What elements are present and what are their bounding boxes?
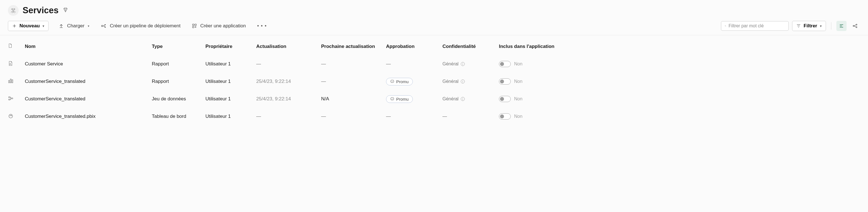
- filter-icon: [796, 24, 801, 28]
- chevron-down-icon: ▾: [88, 24, 89, 28]
- col-icon: [8, 43, 25, 49]
- svg-point-12: [856, 27, 857, 28]
- row-owner: Utilisateur 1: [206, 114, 256, 119]
- row-endorsement: Promu: [386, 95, 442, 103]
- row-owner: Utilisateur 1: [206, 61, 256, 67]
- row-type: Rapport: [152, 79, 206, 84]
- col-endorsement[interactable]: Approbation: [386, 44, 442, 49]
- col-included[interactable]: Inclus dans l'application: [499, 44, 555, 49]
- include-toggle[interactable]: [499, 96, 511, 102]
- row-next-refresh: N/A: [321, 96, 386, 102]
- row-endorsement: —: [386, 114, 442, 119]
- include-toggle[interactable]: [499, 78, 511, 84]
- row-name[interactable]: CustomerService_translated.pbix: [25, 114, 152, 119]
- info-icon: i: [461, 62, 465, 66]
- items-table: Nom Type Propriétaire Actualisation Proc…: [0, 35, 868, 125]
- search-input[interactable]: [728, 24, 785, 29]
- filter-button[interactable]: Filtrer ▾: [792, 21, 826, 31]
- filter-button-label: Filtrer: [804, 23, 817, 29]
- chevron-down-icon: ▾: [820, 24, 822, 28]
- table-row[interactable]: Customer ServiceRapportUtilisateur 1———G…: [8, 55, 860, 73]
- row-sensitivity: Général i: [442, 79, 499, 84]
- upload-button-label: Charger: [67, 23, 84, 29]
- table-row[interactable]: CustomerService_translated.pbixTableau d…: [8, 108, 860, 125]
- svg-point-10: [853, 25, 854, 27]
- col-refresh[interactable]: Actualisation: [256, 44, 321, 49]
- row-type: Rapport: [152, 61, 206, 67]
- table-row[interactable]: CustomerService_translatedRapportUtilisa…: [8, 73, 860, 90]
- row-owner: Utilisateur 1: [206, 96, 256, 102]
- ellipsis-icon: • • •: [257, 23, 267, 29]
- more-actions-button[interactable]: • • •: [256, 22, 268, 31]
- table-header-row: Nom Type Propriétaire Actualisation Proc…: [8, 35, 860, 55]
- row-sensitivity: Général i: [442, 97, 499, 102]
- app-icon: [192, 24, 197, 29]
- row-included: Non: [499, 96, 555, 102]
- create-pipeline-button[interactable]: Créer un pipeline de déploiement: [100, 22, 181, 30]
- svg-point-0: [11, 8, 13, 9]
- list-view-button[interactable]: [836, 21, 846, 31]
- row-type: Jeu de données: [152, 96, 206, 102]
- promoted-icon: [390, 97, 394, 101]
- search-icon: [725, 24, 726, 28]
- upload-button[interactable]: Charger ▾: [58, 22, 91, 30]
- svg-point-11: [856, 24, 857, 25]
- table-body: Customer ServiceRapportUtilisateur 1———G…: [8, 55, 860, 125]
- col-name[interactable]: Nom: [25, 44, 152, 49]
- pipeline-icon: [101, 23, 106, 29]
- row-sensitivity: —: [442, 114, 499, 119]
- row-name[interactable]: Customer Service: [25, 61, 152, 67]
- svg-rect-15: [12, 79, 13, 82]
- svg-rect-14: [10, 79, 11, 82]
- row-included: Non: [499, 61, 555, 67]
- svg-rect-8: [192, 27, 194, 28]
- promoted-badge: Promu: [386, 78, 413, 85]
- row-included: Non: [499, 113, 555, 119]
- include-toggle[interactable]: [499, 113, 511, 119]
- create-pipeline-label: Créer un pipeline de déploiement: [110, 23, 180, 29]
- col-next-refresh[interactable]: Prochaine actualisation: [321, 44, 386, 49]
- svg-rect-16: [9, 97, 10, 98]
- col-type[interactable]: Type: [152, 44, 206, 49]
- row-sensitivity: Général i: [442, 62, 499, 67]
- svg-rect-6: [192, 24, 194, 25]
- row-refresh: —: [256, 61, 321, 67]
- create-app-button[interactable]: Créer une application: [191, 22, 247, 30]
- svg-point-2: [13, 10, 14, 11]
- include-toggle[interactable]: [499, 61, 511, 67]
- col-sensitivity[interactable]: Confidentialité: [442, 44, 499, 49]
- row-type-icon: [8, 113, 25, 120]
- row-name[interactable]: CustomerService_translated: [25, 79, 152, 84]
- row-type-icon: [8, 96, 25, 103]
- row-endorsement: Promu: [386, 78, 442, 85]
- svg-point-5: [105, 27, 106, 28]
- row-refresh: 25/4/23, 9:22:14: [256, 96, 321, 102]
- new-button-label: Nouveau: [20, 23, 40, 29]
- new-button[interactable]: Nouveau ▾: [8, 21, 49, 31]
- upload-icon: [59, 24, 64, 29]
- info-icon: i: [461, 97, 465, 101]
- page-header: Services: [0, 0, 868, 18]
- search-input-wrapper[interactable]: [721, 21, 789, 31]
- row-type-icon: [8, 61, 25, 68]
- lineage-view-button[interactable]: [850, 21, 860, 31]
- svg-rect-18: [11, 98, 13, 99]
- toolbar-left: Nouveau ▾ Charger ▾ Créer un pipeline de…: [8, 21, 713, 31]
- row-endorsement: —: [386, 61, 442, 67]
- row-type-icon: [8, 78, 25, 85]
- table-row[interactable]: CustomerService_translatedJeu de données…: [8, 90, 860, 108]
- row-next-refresh: —: [321, 114, 386, 119]
- col-owner[interactable]: Propriétaire: [206, 44, 256, 49]
- svg-point-4: [105, 25, 106, 25]
- page-title: Services: [23, 5, 59, 15]
- row-name[interactable]: CustomerService_translated: [25, 96, 152, 102]
- promoted-icon: [390, 79, 394, 83]
- premium-icon: [63, 7, 68, 14]
- svg-point-3: [101, 25, 103, 27]
- chevron-down-icon: ▾: [42, 24, 44, 28]
- svg-point-9: [725, 25, 726, 26]
- toolbar: Nouveau ▾ Charger ▾ Créer un pipeline de…: [0, 18, 868, 35]
- row-refresh: —: [256, 114, 321, 119]
- svg-point-1: [14, 8, 15, 9]
- svg-rect-7: [195, 24, 196, 25]
